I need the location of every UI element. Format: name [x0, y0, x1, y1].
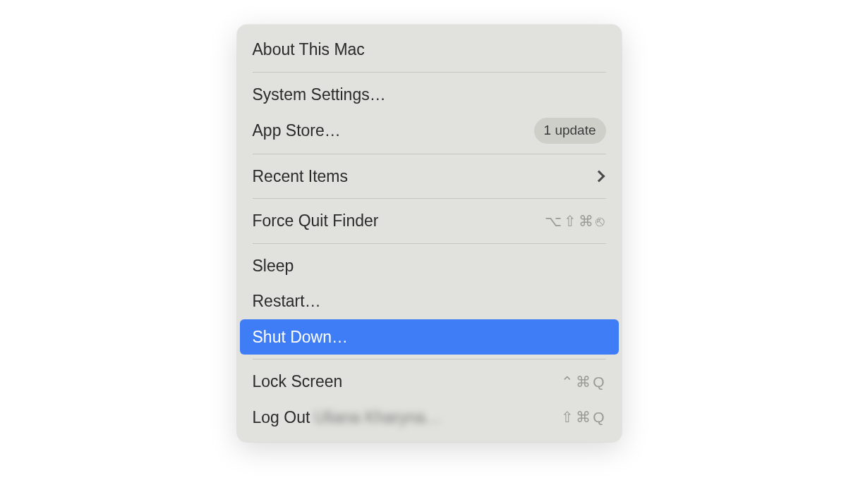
- menu-item-label: Recent Items: [253, 164, 349, 189]
- menu-item-label-row: Log Out Uliana Kharyna…: [253, 405, 442, 430]
- menu-item-label: Restart…: [253, 289, 321, 314]
- menu-divider: [253, 243, 606, 244]
- keyboard-shortcut: ⌥ ⇧ ⌘ ⎋: [545, 210, 606, 233]
- keyboard-shortcut: ⌃ ⌘ Q: [561, 371, 605, 393]
- menu-divider: [253, 198, 606, 199]
- keyboard-shortcut: ⇧ ⌘ Q: [561, 406, 605, 429]
- menu-item-label: Shut Down…: [253, 325, 349, 350]
- menu-item-sleep[interactable]: Sleep: [237, 248, 622, 284]
- command-key-icon: ⌘: [576, 406, 592, 429]
- menu-divider: [253, 72, 606, 73]
- chevron-right-icon: [593, 170, 605, 182]
- menu-item-lock-screen[interactable]: Lock Screen ⌃ ⌘ Q: [237, 364, 622, 400]
- shortcut-key: Q: [593, 371, 605, 393]
- menu-item-recent-items[interactable]: Recent Items: [237, 159, 622, 195]
- update-badge: 1 update: [534, 118, 606, 144]
- menu-item-label: System Settings…: [253, 82, 386, 107]
- menu-item-label: Sleep: [253, 254, 294, 278]
- escape-key-icon: ⎋: [596, 210, 606, 233]
- menu-item-about-this-mac[interactable]: About This Mac: [237, 32, 622, 68]
- menu-item-force-quit[interactable]: Force Quit Finder ⌥ ⇧ ⌘ ⎋: [237, 203, 622, 239]
- menu-item-app-store[interactable]: App Store… 1 update: [237, 112, 622, 149]
- menu-item-label: Force Quit Finder: [253, 209, 379, 233]
- command-key-icon: ⌘: [576, 371, 592, 393]
- apple-menu: About This Mac System Settings… App Stor…: [237, 25, 622, 442]
- shift-key-icon: ⇧: [564, 210, 578, 233]
- menu-item-shut-down[interactable]: Shut Down…: [240, 319, 619, 355]
- menu-item-label: Lock Screen: [253, 369, 343, 394]
- menu-divider: [253, 359, 606, 359]
- menu-divider: [253, 154, 606, 154]
- menu-item-label: Log Out: [253, 405, 310, 430]
- menu-item-label: App Store…: [253, 118, 341, 143]
- shift-key-icon: ⇧: [561, 406, 575, 429]
- menu-item-restart[interactable]: Restart…: [237, 283, 622, 319]
- shortcut-key: Q: [593, 406, 605, 429]
- command-key-icon: ⌘: [579, 210, 595, 233]
- option-key-icon: ⌥: [545, 210, 563, 233]
- menu-item-system-settings[interactable]: System Settings…: [237, 77, 622, 113]
- user-name-redacted: Uliana Kharyna…: [314, 405, 441, 430]
- control-key-icon: ⌃: [561, 371, 575, 393]
- menu-item-log-out[interactable]: Log Out Uliana Kharyna… ⇧ ⌘ Q: [237, 400, 622, 436]
- menu-item-label: About This Mac: [253, 37, 365, 62]
